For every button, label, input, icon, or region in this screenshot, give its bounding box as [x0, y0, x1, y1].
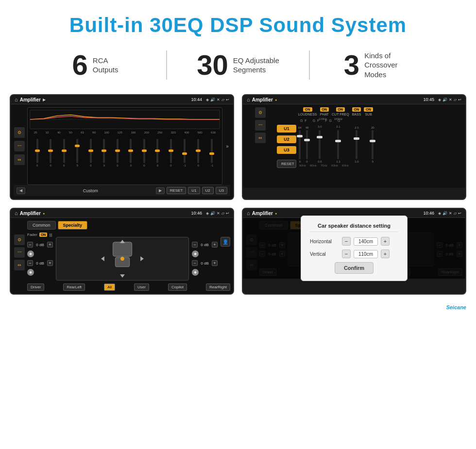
scroll-right-icon[interactable]: »	[226, 144, 229, 149]
home-icon-3[interactable]: ⌂	[15, 210, 18, 216]
vol-plus-3[interactable]: +	[212, 242, 218, 248]
amp-reset-button[interactable]: RESET	[277, 160, 296, 168]
location-icon-4: ◈	[438, 211, 441, 216]
loudness-on-badge[interactable]: ON	[303, 107, 312, 112]
amp-vslider-6[interactable]	[372, 130, 374, 159]
amp-u1-button[interactable]: U1	[277, 125, 296, 133]
amp-settings-icon[interactable]: ⚙	[255, 107, 266, 118]
tab-specialty[interactable]: Specialty	[58, 221, 88, 230]
all-button[interactable]: All	[104, 283, 115, 291]
slider-val-13: 1.3	[336, 160, 340, 163]
dot-icon: ●	[275, 98, 277, 101]
eq-slider-6[interactable]: 0	[103, 139, 105, 167]
cutfreq-on-badge[interactable]: ON	[336, 107, 345, 112]
vertical-minus-button[interactable]: −	[342, 249, 351, 258]
amp-vslider-3[interactable]	[319, 130, 321, 159]
amp-vslider-4[interactable]	[337, 130, 339, 159]
amp-vslider-1[interactable]	[299, 130, 301, 159]
vol-val-4: 0 dB	[199, 261, 211, 266]
distance-modal: Car speaker distance setting Horizontal …	[301, 216, 408, 281]
confirm-button[interactable]: Confirm	[335, 262, 374, 274]
horizontal-plus-button[interactable]: +	[381, 237, 390, 246]
amp-main-layout: ⚙ 〰 ⇔ U1 U2 U3 RESET ON	[246, 107, 462, 185]
fader-wave-icon[interactable]: 〰	[14, 247, 25, 258]
eq-u2-button[interactable]: U2	[202, 187, 214, 194]
user-button[interactable]: User	[134, 283, 149, 291]
phat-on-badge[interactable]: ON	[320, 107, 329, 112]
vertical-plus-button[interactable]: +	[381, 249, 390, 258]
screen-amp-card: ⌂ Amplifier ● 10:45 ◈ 🔊 ✕ ▱ ↩ ⚙ 〰 ⇔	[242, 94, 466, 200]
eq-slider-2[interactable]: 0	[50, 139, 51, 167]
horizontal-label: Horizontal	[310, 239, 339, 244]
vol-row-3: − 0 dB +	[192, 242, 218, 248]
eq-slider-7[interactable]: 0	[117, 139, 119, 167]
screen2-status-icons: ◈ 🔊 ✕ ▱ ↩	[438, 98, 461, 102]
home-icon-2[interactable]: ⌂	[247, 97, 250, 102]
fader-cross-diagram[interactable]	[56, 237, 189, 281]
copilot-button[interactable]: Copilot	[168, 283, 187, 291]
amp-vslider-5[interactable]	[356, 130, 357, 159]
eq-arrows-icon[interactable]: ⇔	[14, 154, 25, 165]
eq-next-button[interactable]: ▶	[156, 187, 165, 194]
eq-slider-5[interactable]: 0	[90, 139, 92, 167]
screen3-statusbar: ⌂ Amplifier ● 10:46 ◈ 🔊 ✕ ▱ ↩	[11, 209, 233, 218]
amp-bass-control: ON BASS	[352, 107, 361, 116]
volume-icon-3: 🔊	[210, 211, 215, 216]
fader-settings-icon[interactable]: ⚙	[14, 234, 25, 245]
amp-vslider-2[interactable]	[306, 130, 308, 159]
eq-settings-icon[interactable]: ⚙	[14, 127, 25, 138]
vol-val-1: 0 dB	[34, 243, 46, 247]
screen2-statusbar: ⌂ Amplifier ● 10:45 ◈ 🔊 ✕ ▱ ↩	[243, 95, 465, 104]
page-header: Built-in 30EQ DSP Sound System 6 RCAOutp…	[0, 0, 476, 90]
amp-u2-button[interactable]: U2	[277, 135, 296, 143]
eq-slider-14[interactable]: -1	[211, 139, 213, 167]
fader-left-volumes: − 0 dB + ◉ − 0 dB +	[27, 242, 53, 276]
stats-row: 6 RCAOutputs 30 EQ AdjustableSegments 3 …	[0, 46, 476, 90]
driver-button[interactable]: Driver	[27, 283, 44, 291]
eq-slider-11[interactable]: 0	[170, 139, 172, 167]
eq-slider-4[interactable]: 5	[76, 139, 78, 167]
eq-slider-10[interactable]: 0	[156, 139, 158, 167]
sub-on-badge[interactable]: ON	[364, 107, 373, 112]
eq-u1-button[interactable]: U1	[188, 187, 200, 194]
fader-on-badge[interactable]: ON	[39, 233, 48, 237]
svg-marker-7	[140, 256, 144, 261]
vol-minus-3[interactable]: −	[192, 242, 198, 248]
fader-arrows-icon[interactable]: ⇔	[14, 260, 25, 270]
eq-slider-8[interactable]: 0	[130, 139, 132, 167]
stat-crossover-label: Kinds ofCrossover Modes	[364, 51, 418, 80]
cutfreq-label: CUT FREQ	[332, 113, 349, 116]
amp-wave-icon[interactable]: 〰	[255, 120, 266, 131]
home-icon[interactable]: ⌂	[15, 97, 18, 102]
eq-slider-9[interactable]: 0	[143, 139, 145, 167]
fader-text: Fader	[27, 233, 37, 237]
vol-plus-2[interactable]: +	[47, 260, 53, 266]
rearright-button[interactable]: RearRight	[206, 283, 230, 291]
amp-controls-area: ON LOUDNESS ON PHAT ON CUT FREQ ON	[298, 107, 462, 185]
amp-arrows-icon[interactable]: ⇔	[255, 133, 266, 143]
vol-minus-1[interactable]: −	[27, 242, 33, 248]
freq-90hz: 90Hz	[299, 164, 306, 167]
user-icon[interactable]: 👤	[221, 237, 230, 247]
eq-slider-3[interactable]: 0	[63, 139, 65, 167]
eq-prev-button[interactable]: ◀	[17, 187, 25, 194]
vol-plus-4[interactable]: +	[212, 260, 218, 266]
rearleft-button[interactable]: RearLeft	[63, 283, 85, 291]
horizontal-minus-button[interactable]: −	[342, 237, 351, 246]
eq-u3-button[interactable]: U3	[216, 187, 227, 194]
screen1-statusbar: ⌂ Amplifier ▶ 10:44 ◈ 🔊 ✕ ▱ ↩	[11, 95, 233, 104]
home-icon-4[interactable]: ⌂	[247, 210, 250, 216]
amp-u3-button[interactable]: U3	[277, 146, 296, 154]
tab-common[interactable]: Common	[27, 221, 56, 230]
bass-on-badge[interactable]: ON	[352, 107, 361, 112]
eq-slider-1[interactable]: 0	[36, 139, 38, 167]
stat-rca-label: RCAOutputs	[93, 56, 119, 75]
vol-plus-1[interactable]: +	[47, 242, 53, 248]
eq-wave-icon[interactable]: 〰	[14, 141, 25, 151]
stat-eq-number: 30	[197, 51, 228, 79]
vol-minus-2[interactable]: −	[27, 260, 33, 266]
eq-slider-12[interactable]: -1	[183, 139, 186, 167]
eq-reset-button[interactable]: RESET	[167, 187, 187, 194]
vol-minus-4[interactable]: −	[192, 260, 198, 266]
eq-slider-13[interactable]: 0	[197, 139, 199, 167]
